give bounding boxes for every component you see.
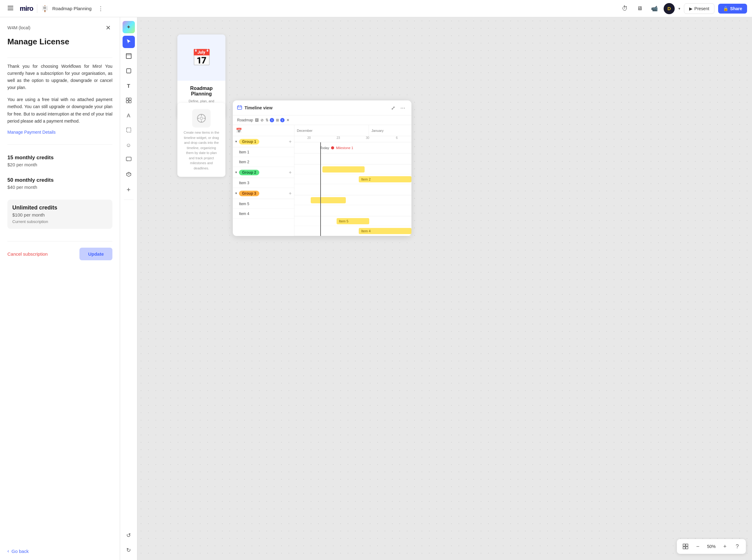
group1-add-button[interactable]: + bbox=[289, 139, 292, 144]
svg-rect-0 bbox=[8, 6, 13, 6]
tl-header-row: 📅 bbox=[233, 125, 294, 136]
svg-rect-5 bbox=[126, 69, 131, 73]
miro-logo: miro bbox=[20, 5, 33, 13]
group3-add-button[interactable]: + bbox=[289, 191, 292, 196]
timeline-widget-icon bbox=[237, 105, 242, 111]
tl-item-3-row[interactable]: Item 3 bbox=[233, 178, 294, 188]
item2-bar: Item 2 bbox=[359, 176, 411, 182]
today-label: Today bbox=[320, 146, 329, 150]
panel-header: W4M (local) ✕ bbox=[7, 23, 113, 32]
milestone-dot bbox=[331, 146, 334, 149]
group1-chevron-icon: ▾ bbox=[235, 140, 237, 143]
sticky-tool-button[interactable] bbox=[123, 65, 135, 78]
panel-close-button[interactable]: ✕ bbox=[104, 23, 113, 32]
user-avatar[interactable]: D bbox=[664, 3, 675, 14]
svg-rect-1 bbox=[8, 8, 13, 8]
roadmap-toolbar-button[interactable]: Roadmap bbox=[237, 118, 253, 122]
canvas[interactable]: 📅 Roadmap Planning Define, plan, and man… bbox=[137, 17, 752, 560]
panel-divider-2 bbox=[7, 144, 113, 145]
group2-chevron-icon: ▾ bbox=[235, 171, 237, 174]
main-area: W4M (local) ✕ Manage License Thank you f… bbox=[0, 17, 752, 560]
zoom-level: 50% bbox=[705, 544, 717, 549]
group2-add-button[interactable]: + bbox=[289, 170, 292, 175]
font-tool-button[interactable]: A bbox=[123, 109, 135, 122]
topbar-left: miro 🪧 Roadmap Planning ⋮ bbox=[5, 3, 615, 14]
template-tool-button[interactable] bbox=[123, 95, 135, 107]
milestone-label: Milestone 1 bbox=[336, 146, 353, 150]
update-button[interactable]: Update bbox=[79, 248, 113, 260]
group-toolbar-button[interactable]: ⊞ 1 bbox=[276, 118, 285, 122]
text-tool-button[interactable]: T bbox=[123, 80, 135, 93]
gantt-header-row: Today Milestone 1 bbox=[294, 142, 411, 154]
tool-divider bbox=[124, 200, 134, 200]
go-back-label: Go back bbox=[12, 548, 29, 554]
crop-tool-button[interactable] bbox=[123, 124, 135, 137]
tl-item-4-row[interactable]: Item 4 bbox=[233, 209, 294, 219]
tl-group-1-row[interactable]: ▾ Group 1 + bbox=[233, 136, 294, 147]
gantt-group1-row bbox=[294, 154, 411, 164]
go-back-area[interactable]: ‹ Go back bbox=[7, 541, 113, 554]
comment-tool-button[interactable] bbox=[123, 154, 135, 166]
present-button[interactable]: ▶ Present bbox=[684, 3, 714, 14]
timeline-info-card: Create new items in the timeline widget,… bbox=[177, 103, 225, 177]
svg-rect-3 bbox=[126, 54, 131, 59]
item4-bar: Item 4 bbox=[359, 228, 411, 234]
cube-tool-button[interactable] bbox=[123, 169, 135, 181]
hamburger-icon bbox=[8, 5, 13, 12]
video-icon-button[interactable]: 📹 bbox=[649, 3, 660, 14]
clear-toolbar-button[interactable]: ✕ bbox=[286, 118, 289, 122]
sort-toolbar-button[interactable]: ⇅ 1 bbox=[265, 118, 274, 122]
zoom-out-button[interactable]: − bbox=[693, 541, 703, 552]
undo-button[interactable]: ↺ bbox=[123, 529, 135, 541]
emoji-tool-button[interactable]: ☺ bbox=[123, 139, 135, 152]
date-20: 20 bbox=[294, 136, 324, 142]
tl-group-2-row[interactable]: ▾ Group 2 + bbox=[233, 167, 294, 178]
font-icon: A bbox=[127, 113, 130, 119]
tl-group-3-row[interactable]: ▾ Group 3 + bbox=[233, 188, 294, 199]
screen-icon-button[interactable]: 🖥 bbox=[634, 3, 645, 14]
gantt-group2-row bbox=[294, 184, 411, 195]
tl-item-2-row[interactable]: Item 2 bbox=[233, 157, 294, 167]
frame-tool-button[interactable] bbox=[123, 51, 135, 63]
more-options-button[interactable]: ⋮ bbox=[95, 3, 106, 14]
manage-payment-link[interactable]: Manage Payment Details bbox=[7, 130, 113, 135]
group1-tag: Group 1 bbox=[239, 139, 259, 144]
help-button[interactable]: ? bbox=[732, 541, 742, 552]
select-tool-button[interactable] bbox=[123, 36, 135, 48]
text-icon: T bbox=[127, 83, 130, 89]
redo-icon: ↻ bbox=[126, 547, 131, 554]
crop-icon bbox=[126, 127, 131, 134]
svg-rect-6 bbox=[126, 98, 128, 100]
tl-item-1-row[interactable]: Item 1 bbox=[233, 147, 294, 157]
magic-icon: ✦ bbox=[126, 24, 131, 31]
timer-icon-button[interactable]: ⏱ bbox=[619, 3, 630, 14]
gantt-item4-row: Item 4 bbox=[294, 226, 411, 236]
cancel-subscription-button[interactable]: Cancel subscription bbox=[7, 251, 48, 257]
magic-tool-button[interactable]: ✦ bbox=[123, 21, 135, 33]
plan-price-unlimited: $100 per month bbox=[12, 212, 107, 218]
tl-item-5-row[interactable]: Item 5 bbox=[233, 199, 294, 209]
zoom-in-button[interactable]: + bbox=[720, 541, 730, 552]
redo-button[interactable]: ↻ bbox=[123, 544, 135, 556]
date-6: 6 bbox=[382, 136, 411, 142]
board-title: Roadmap Planning bbox=[52, 6, 92, 11]
tl-months-row: December January bbox=[294, 125, 411, 136]
date-23: 23 bbox=[324, 136, 353, 142]
plan-option-50: 50 monthly credits $40 per month bbox=[7, 177, 113, 190]
share-button[interactable]: 🔒 Share bbox=[718, 4, 747, 14]
add-tool-button[interactable]: + bbox=[123, 184, 135, 196]
undo-icon: ↺ bbox=[126, 532, 131, 539]
plan-credits-15: 15 monthly credits bbox=[7, 155, 113, 161]
gantt-group3-row bbox=[294, 205, 411, 216]
timeline-more-button[interactable]: ⋯ bbox=[399, 103, 407, 112]
photo-toolbar-button[interactable]: 🖼 bbox=[255, 118, 259, 122]
timeline-expand-button[interactable]: ⤢ bbox=[389, 103, 397, 112]
calendar-card-icon: 📅 bbox=[191, 48, 211, 67]
plan-current-label: Current subscription bbox=[12, 219, 107, 224]
filter-toolbar-button[interactable]: ⊘ bbox=[261, 118, 264, 122]
menu-button[interactable] bbox=[5, 3, 16, 14]
svg-rect-11 bbox=[126, 157, 131, 161]
cube-icon bbox=[126, 172, 131, 179]
user-chevron-icon[interactable]: ▾ bbox=[678, 6, 680, 11]
grid-view-button[interactable] bbox=[680, 541, 690, 552]
